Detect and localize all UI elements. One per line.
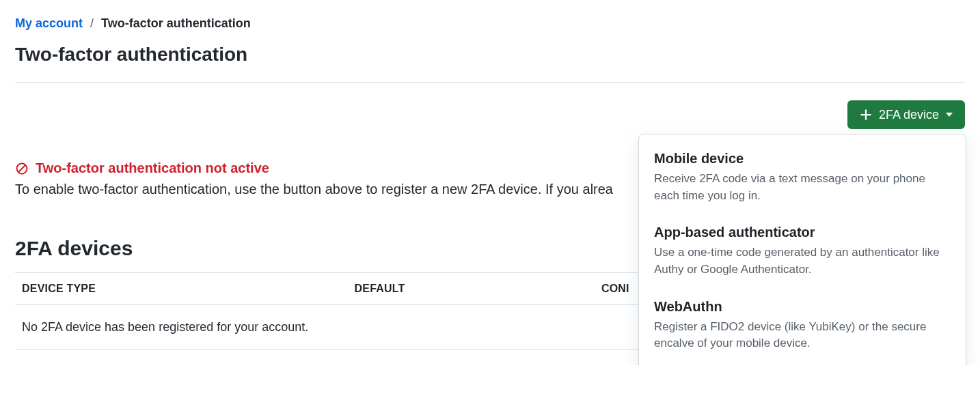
plus-icon (860, 109, 872, 121)
prohibited-icon (15, 162, 29, 175)
alert-heading-text: Two-factor authentication not active (36, 160, 269, 176)
dropdown-item-webauthn[interactable]: WebAuthn Register a FIDO2 device (like Y… (639, 289, 966, 363)
dropdown-item-title: WebAuthn (654, 299, 951, 315)
dropdown-item-mobile-device[interactable]: Mobile device Receive 2FA code via a tex… (639, 141, 966, 215)
dropdown-item-app-authenticator[interactable]: App-based authenticator Use a one-time c… (639, 215, 966, 289)
page-root: My account / Two-factor authentication T… (0, 0, 980, 365)
breadcrumb-link-my-account[interactable]: My account (15, 16, 83, 30)
dropdown-item-title: App-based authenticator (654, 225, 951, 240)
dropdown-item-desc: Use a one-time code generated by an auth… (654, 244, 951, 278)
breadcrumb-current: Two-factor authentication (101, 16, 251, 30)
toolbar: 2FA device (15, 83, 965, 136)
dropdown-item-desc: Register a FIDO2 device (like YubiKey) o… (654, 319, 951, 352)
add-2fa-device-label: 2FA device (879, 107, 939, 122)
dropdown-item-title: Mobile device (654, 151, 951, 167)
page-title: Two-factor authentication (15, 44, 965, 66)
col-device-type: DEVICE TYPE (15, 273, 348, 305)
breadcrumb: My account / Two-factor authentication (15, 15, 965, 31)
breadcrumb-separator: / (90, 16, 94, 30)
dropdown-item-desc: Receive 2FA code via a text message on y… (654, 171, 951, 204)
add-2fa-device-button[interactable]: 2FA device (847, 100, 965, 129)
dropdown-caret-icon (946, 113, 953, 117)
svg-line-3 (18, 165, 25, 172)
add-2fa-device-dropdown: Mobile device Receive 2FA code via a tex… (638, 134, 966, 365)
col-default: DEFAULT (348, 273, 595, 305)
